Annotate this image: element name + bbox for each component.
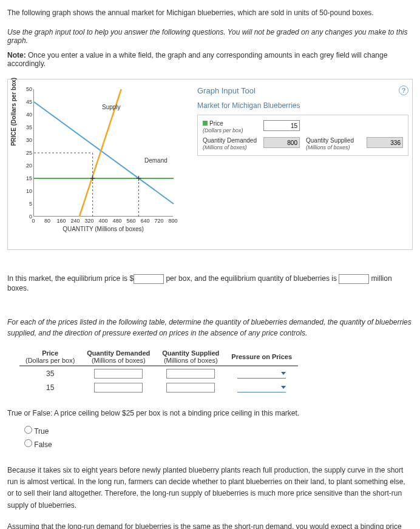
th-qd: Quantity Demanded(Millions of boxes) xyxy=(81,348,156,366)
intro-text: The following graph shows the annual mar… xyxy=(7,7,413,18)
market-title: Market for Michigan Blueberries xyxy=(197,101,408,110)
radio-false[interactable] xyxy=(24,439,32,447)
table-row: 35 xyxy=(19,366,298,380)
qs-input-row1[interactable] xyxy=(166,369,215,379)
tf-true-option[interactable]: True xyxy=(24,426,413,436)
eq-price-input[interactable] xyxy=(134,274,164,284)
x-axis-label: QUANTITY (Millions of boxes) xyxy=(33,226,173,232)
tool-title: Graph Input Tool xyxy=(197,86,256,95)
note: Note: Once you enter a value in a white … xyxy=(7,51,413,68)
table-intro: For each of the prices listed in the fol… xyxy=(7,317,413,339)
price-table: Price(Dollars per box) Quantity Demanded… xyxy=(19,348,298,394)
equilibrium-question: In this market, the equilibrium price is… xyxy=(7,274,413,292)
radio-true[interactable] xyxy=(24,426,32,434)
price-swatch-icon xyxy=(203,121,208,126)
pressure-dropdown-row1[interactable] xyxy=(237,369,286,379)
price-field-label: Price(Dollars per box) xyxy=(203,120,257,133)
final-question: Assuming that the long-run demand for bl… xyxy=(7,521,413,529)
chevron-down-icon xyxy=(281,372,286,375)
demand-label: Demand xyxy=(144,157,168,164)
y-axis-label: PRICE (Dollars per box) xyxy=(10,78,17,146)
demand-line xyxy=(34,102,174,204)
tf-question: True or False: A price ceiling below $25… xyxy=(7,409,413,417)
pressure-dropdown-row2[interactable] xyxy=(237,383,286,393)
chart[interactable]: PRICE (Dollars per box) Supply xyxy=(14,86,190,243)
qs-field-label: Quantity Supplied(Millions of boxes) xyxy=(306,137,361,150)
qs-input-row2[interactable] xyxy=(166,383,215,393)
qd-input-row2[interactable] xyxy=(94,383,143,393)
eq-qty-input[interactable] xyxy=(339,274,369,284)
qs-output xyxy=(367,137,403,148)
qd-output xyxy=(263,137,300,148)
price-input[interactable] xyxy=(263,120,300,131)
th-price: Price(Dollars per box) xyxy=(19,348,81,366)
tf-false-option[interactable]: False xyxy=(24,439,413,449)
qd-field-label: Quantity Demanded(Millions of boxes) xyxy=(203,137,257,150)
th-pressure: Pressure on Prices xyxy=(225,348,298,366)
table-row: 15 xyxy=(19,380,298,394)
supply-label: Supply xyxy=(102,104,121,110)
supply-paragraph: Because it takes six to eight years befo… xyxy=(7,465,413,511)
th-qs: Quantity Supplied(Millions of boxes) xyxy=(156,348,225,366)
graph-tool-container: PRICE (Dollars per box) Supply xyxy=(7,79,413,250)
qd-input-row1[interactable] xyxy=(94,369,143,379)
help-icon[interactable]: ? xyxy=(399,86,408,95)
instructions: Use the graph input tool to help you ans… xyxy=(7,28,413,45)
chevron-down-icon xyxy=(281,386,286,389)
input-tool-panel: Graph Input Tool ? Market for Michigan B… xyxy=(197,86,408,243)
